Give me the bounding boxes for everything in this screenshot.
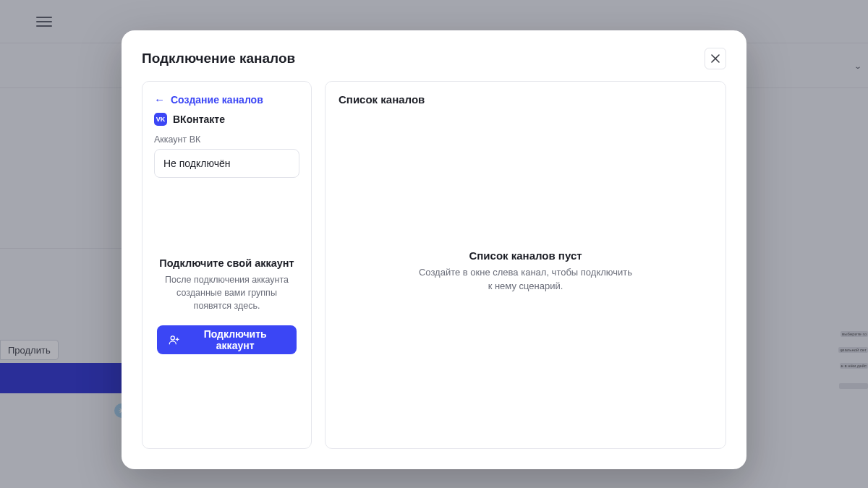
connect-channels-modal: Подключение каналов ← Создание каналов V… — [122, 30, 746, 469]
channels-empty-title: Список каналов пуст — [469, 249, 582, 262]
user-plus-icon — [169, 334, 179, 346]
close-icon — [711, 54, 720, 63]
svg-point-0 — [171, 336, 174, 340]
back-link-label: Создание каналов — [171, 94, 263, 106]
account-status-field[interactable] — [154, 149, 299, 178]
close-button[interactable] — [705, 48, 726, 69]
back-link[interactable]: ← Создание каналов — [154, 93, 299, 106]
connect-account-subtitle: После подключения аккаунта созданные вам… — [157, 273, 297, 312]
arrow-left-icon: ← — [154, 93, 165, 106]
create-channel-panel: ← Создание каналов VK ВКонтакте Аккаунт … — [142, 81, 312, 449]
connect-account-title: Подключите свой аккаунт — [159, 257, 294, 269]
connect-account-button-label: Подключить аккаунт — [185, 328, 285, 351]
channels-list-panel: Список каналов Список каналов пуст Созда… — [325, 81, 726, 449]
connect-account-button[interactable]: Подключить аккаунт — [157, 325, 297, 354]
channels-list-title: Список каналов — [339, 93, 712, 106]
vk-icon: VK — [154, 113, 167, 126]
account-field-label: Аккаунт ВК — [154, 134, 299, 145]
modal-title: Подключение каналов — [142, 51, 295, 67]
channels-empty-subtitle: Создайте в окне слева канал, чтобы подкл… — [417, 266, 634, 294]
selected-channel: VK ВКонтакте — [154, 113, 299, 126]
channel-name: ВКонтакте — [173, 114, 225, 125]
